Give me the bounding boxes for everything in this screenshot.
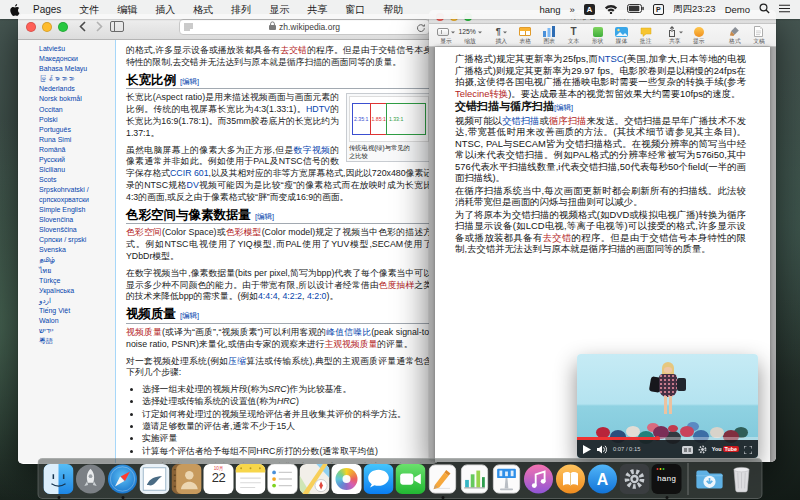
language-link[interactable]: Polski [39,115,112,125]
aspect-ratio-figure[interactable]: 2.35:1 1.85:1 1.33:1 传统电视(绿)与常见的 之比较 [346,93,432,162]
dock-item-facetime[interactable] [396,464,426,494]
wiki-link[interactable]: CCIR 601 [170,168,209,178]
wiki-link[interactable]: 色度抽样 [379,280,415,290]
dock-item-itunes[interactable] [524,464,554,494]
wiki-link[interactable]: 主观视频质量 [324,339,377,349]
language-link[interactable]: Srpskohrvatski / српскохрватски [39,185,112,204]
dock-item-numbers[interactable] [460,464,490,494]
dock-item-finder[interactable] [44,464,74,494]
wiki-link[interactable]: 4:2:0 [307,291,327,301]
wiki-link[interactable]: 交错扫描 [502,115,540,126]
language-link[interactable]: ไทย [39,266,112,276]
language-link[interactable]: Русский [39,155,112,165]
dock-item-ibooks[interactable] [556,464,586,494]
dock-item-contacts[interactable] [172,464,202,494]
dock-item-messages[interactable] [364,464,394,494]
menu-item[interactable]: 共享 [298,3,336,17]
dock-item-keynote[interactable] [492,464,522,494]
document-button[interactable]: 文稿 [747,26,771,46]
wiki-link[interactable]: 数字视频 [294,145,331,155]
wiki-link[interactable]: 色彩空间 [126,227,162,237]
spotlight-search-icon[interactable] [759,3,770,16]
dock-item-hang[interactable]: hang [652,464,682,494]
language-link[interactable]: 粵語 [39,336,112,346]
share-button[interactable]: 共享 [663,26,687,46]
menu-item[interactable]: 插入 [146,3,184,17]
language-link[interactable]: Tiếng Việt [39,306,112,316]
wiki-link[interactable]: 去交错 [280,45,307,55]
language-link[interactable]: Scots [39,175,112,185]
volume-icon[interactable] [597,440,607,458]
address-bar[interactable]: zh.wikipedia.org [179,19,430,35]
view-button[interactable]: 显示 [434,26,458,46]
language-link[interactable]: Latviešu [39,44,112,54]
shape-button[interactable]: 形状 [585,26,609,46]
language-link[interactable]: اردو [39,296,112,306]
edit-section-link[interactable]: [编辑] [180,311,199,320]
language-link[interactable]: Occitan [39,105,112,115]
dock-item-reminders[interactable] [268,464,298,494]
wifi-icon[interactable] [604,4,618,16]
sidebar-toggle-icon[interactable] [110,21,124,32]
language-link[interactable]: Runa Simi [39,135,112,145]
status-overflow-chevrons[interactable]: » [570,4,575,15]
edit-section-link[interactable]: [编辑] [180,77,199,86]
media-button[interactable]: 媒体 [610,26,634,46]
menu-item[interactable]: 格式 [184,3,222,17]
edit-section-link[interactable]: [编辑] [554,103,573,112]
menu-item[interactable]: 帮助 [374,3,412,17]
forward-button[interactable] [96,18,103,36]
chart-button[interactable]: 图表 [537,26,561,46]
language-link[interactable]: Slovenščina [39,225,112,235]
menu-item[interactable]: 文件 [70,3,108,17]
input-method-icon[interactable]: A [584,4,595,15]
language-link[interactable]: Українська [39,286,112,296]
language-link[interactable]: Română [39,145,112,155]
dock-item-photos[interactable] [332,464,362,494]
apple-menu-icon[interactable] [10,4,20,16]
wiki-link[interactable]: 压缩 [228,356,246,366]
menu-item[interactable]: 排列 [222,3,260,17]
fullscreen-icon[interactable] [744,440,752,458]
dock-item-launchpad[interactable] [76,464,106,494]
language-link[interactable]: Norsk bokmål [39,94,112,104]
battery-icon[interactable] [627,4,644,15]
menu-item[interactable]: Pages [24,4,70,15]
wiki-link[interactable]: 色彩模型 [226,227,262,237]
play-icon[interactable] [583,440,591,458]
dock-item-maps[interactable] [300,464,330,494]
language-link[interactable]: ייִדיש [39,326,112,336]
language-link[interactable]: Walon [39,316,112,326]
menu-item[interactable]: 窗口 [336,3,374,17]
reload-icon[interactable] [416,23,426,35]
table-button[interactable]: 表格 [513,26,537,46]
close-button[interactable] [26,22,36,32]
wiki-link[interactable]: 4:2:2 [282,291,302,301]
language-link[interactable]: Svenska [39,245,112,255]
dock-item-mail[interactable] [140,464,170,494]
minimize-button[interactable] [42,22,52,32]
menu-item[interactable]: 编辑 [108,3,146,17]
wiki-link[interactable]: Telecine转换 [455,88,508,99]
wiki-link[interactable]: 去交错 [542,232,571,243]
language-link[interactable]: Nederlands [39,84,112,94]
settings-gear-icon[interactable] [698,440,707,458]
comment-button[interactable]: 批注 [634,26,658,46]
dock-item-safari[interactable] [108,464,138,494]
closed-captions-icon[interactable] [682,440,693,458]
menu-item[interactable]: 显示 [260,3,298,17]
language-link[interactable]: Bahasa Melayu [39,64,112,74]
language-link[interactable]: Türkçe [39,276,112,286]
notification-center-icon[interactable] [779,4,790,15]
language-link[interactable]: Português [39,125,112,135]
zoom-button[interactable] [58,22,68,32]
wiki-link[interactable]: DV [187,180,199,190]
parallels-status-icon[interactable]: P [653,4,664,15]
back-button[interactable] [79,18,86,36]
wiki-link[interactable]: 循序扫描 [549,115,587,126]
format-button[interactable]: 格式 [723,26,747,46]
language-link[interactable]: Македонски [39,54,112,64]
dock-item-app-store[interactable]: A [588,464,618,494]
dock-item-trash[interactable] [727,464,757,494]
language-link[interactable]: မြန်မာဘာသာ [39,74,112,84]
